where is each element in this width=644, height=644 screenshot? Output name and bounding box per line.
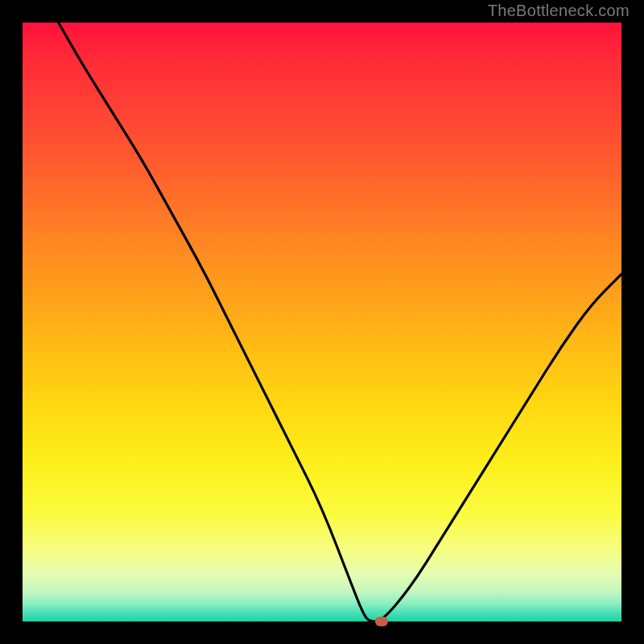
bottleneck-curve [59,23,621,621]
chart-frame: TheBottleneck.com [0,0,644,644]
plot-area [23,23,621,621]
curve-svg [23,23,621,621]
watermark-text: TheBottleneck.com [488,2,630,20]
optimal-point-marker [375,617,388,626]
